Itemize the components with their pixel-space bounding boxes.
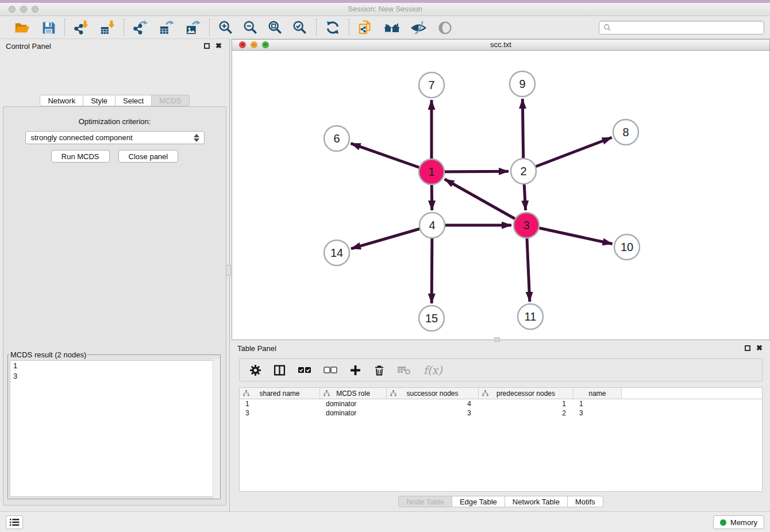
table-cell[interactable]: 1	[240, 399, 320, 408]
node-label-15: 15	[425, 312, 438, 325]
tab-node-table[interactable]: Node Table	[398, 496, 452, 507]
import-network-icon	[73, 20, 89, 36]
tab-network-table[interactable]: Network Table	[505, 496, 567, 507]
table-cell[interactable]: 4	[387, 399, 479, 408]
task-history-button[interactable]	[6, 515, 23, 529]
result-item[interactable]: 3	[10, 371, 218, 381]
zoom-out-icon	[242, 20, 259, 36]
export-image-icon	[185, 20, 201, 36]
table-body: 1dominator4113dominator323	[240, 399, 762, 418]
column-type-icon	[243, 390, 249, 396]
table-cell[interactable]: 2	[479, 408, 573, 418]
zoom-selected-icon	[292, 20, 308, 36]
create-column-button[interactable]	[349, 363, 361, 377]
node-label-9: 9	[519, 78, 525, 90]
node-label-6: 6	[333, 132, 340, 145]
tab-motifs[interactable]: Motifs	[567, 496, 603, 507]
delete-column-button[interactable]	[374, 363, 385, 377]
network-titlebar[interactable]: × − + scc.txt	[232, 40, 769, 51]
export-table-button[interactable]	[158, 19, 175, 36]
tab-network[interactable]: Network	[40, 95, 83, 106]
node-table[interactable]: shared nameMCDS rolesuccessor nodesprede…	[239, 387, 763, 492]
app-title: Session: New Session	[0, 3, 770, 16]
mcds-panel: Optimization criterion: strongly connect…	[3, 106, 226, 506]
refresh-layout-button[interactable]	[324, 19, 341, 36]
control-tabs: NetworkStyleSelectMCDS	[0, 95, 229, 106]
show-eye-button[interactable]	[436, 19, 453, 36]
result-item[interactable]: 1	[10, 361, 218, 371]
table-cell[interactable]: 3	[387, 408, 479, 418]
table-row[interactable]: 1dominator411	[240, 399, 762, 408]
edge-3-1[interactable]	[445, 179, 526, 225]
tab-select[interactable]: Select	[115, 95, 151, 106]
node-label-8: 8	[622, 126, 629, 138]
float-table-panel-icon[interactable]	[745, 345, 750, 351]
table-cell[interactable]: 3	[240, 408, 320, 418]
result-scrollbar[interactable]	[213, 359, 220, 499]
table-cell[interactable]: 1	[479, 399, 573, 408]
memory-button[interactable]: Memory	[713, 515, 764, 529]
select-all-button[interactable]	[298, 363, 311, 377]
run-mcds-button[interactable]: Run MCDS	[51, 150, 110, 163]
column-header[interactable]: predecessor nodes	[479, 388, 573, 399]
import-table-button[interactable]	[99, 19, 116, 36]
clone-network-button[interactable]	[357, 19, 374, 36]
refresh-icon	[325, 20, 340, 35]
memory-label: Memory	[730, 518, 757, 527]
hide-glasses-button[interactable]	[410, 19, 427, 36]
network-canvas[interactable]: 7968124314101511	[232, 51, 769, 340]
node-label-3: 3	[523, 219, 529, 232]
checked-boxes-icon	[298, 366, 311, 375]
search-icon	[603, 24, 611, 32]
table-header-row: shared nameMCDS rolesuccessor nodesprede…	[240, 388, 762, 399]
trash-icon	[374, 364, 385, 376]
node-label-11: 11	[525, 310, 537, 323]
table-cell[interactable]: 3	[573, 408, 622, 418]
criterion-dropdown[interactable]: strongly connected component	[25, 131, 205, 144]
table-row[interactable]: 3dominator323	[240, 408, 762, 418]
column-header[interactable]: name	[573, 388, 622, 399]
import-network-button[interactable]	[72, 19, 90, 36]
save-session-button[interactable]	[40, 19, 57, 36]
table-panel-title: Table Panel	[237, 344, 276, 353]
zoom-out-button[interactable]	[242, 19, 259, 36]
home-button[interactable]	[383, 19, 401, 36]
zoom-selected-button[interactable]	[291, 19, 309, 36]
mcds-result-title: MCDS result (2 nodes)	[9, 350, 87, 359]
horizontal-splitter-grip[interactable]	[494, 337, 500, 342]
tab-mcds[interactable]: MCDS	[151, 95, 189, 106]
show-column-button[interactable]	[274, 363, 286, 377]
header-filler	[622, 388, 762, 399]
node-label-14: 14	[330, 246, 343, 259]
deselect-all-button[interactable]	[324, 363, 337, 377]
open-file-button[interactable]	[13, 19, 30, 36]
tab-edge-table[interactable]: Edge Table	[452, 496, 505, 507]
edge-2-8[interactable]	[523, 137, 612, 171]
search-input[interactable]	[611, 22, 764, 33]
import-table-icon	[99, 20, 116, 36]
close-table-panel-icon[interactable]: ✖	[756, 344, 763, 352]
float-panel-icon[interactable]	[204, 43, 210, 49]
delete-table-button	[397, 363, 411, 377]
vertical-splitter-grip[interactable]	[226, 265, 231, 276]
column-header[interactable]: shared name	[240, 388, 320, 399]
export-network-button[interactable]	[132, 19, 149, 36]
column-header[interactable]: MCDS role	[320, 388, 387, 399]
zoom-fit-button[interactable]	[267, 19, 284, 36]
node-label-10: 10	[621, 241, 633, 253]
close-panel-button[interactable]: Close panel	[118, 150, 179, 163]
zoom-in-button[interactable]	[217, 19, 234, 36]
tab-style[interactable]: Style	[83, 95, 115, 106]
node-label-4: 4	[429, 219, 435, 232]
column-header[interactable]: successor nodes	[387, 388, 479, 399]
search-box[interactable]	[599, 21, 764, 34]
table-cell[interactable]: 1	[573, 399, 622, 408]
export-image-button[interactable]	[184, 19, 202, 36]
table-tabs: Node TableEdge TableNetwork TableMotifs	[232, 496, 770, 507]
table-cell[interactable]: dominator	[320, 399, 387, 408]
unchecked-boxes-icon	[324, 366, 337, 375]
table-settings-button[interactable]	[249, 363, 261, 377]
table-cell[interactable]: dominator	[320, 408, 387, 418]
close-panel-icon[interactable]: ✖	[215, 41, 222, 50]
main-toolbar	[0, 17, 770, 39]
